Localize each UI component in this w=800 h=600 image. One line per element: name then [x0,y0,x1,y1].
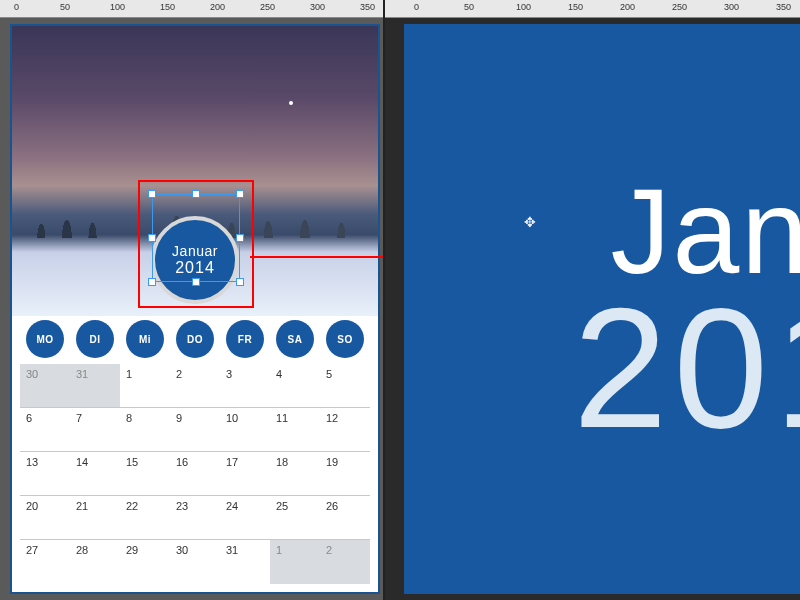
weekday-do: DO [176,320,214,358]
calendar-cell[interactable]: 6 [20,408,70,452]
calendar-cell[interactable]: 13 [20,452,70,496]
calendar-cell[interactable]: 30 [20,364,70,408]
move-cursor-icon: ✥ [524,214,536,230]
weekday-headers: MO DI Mi DO FR SA SO [12,318,378,360]
calendar-cell[interactable]: 2 [320,540,370,584]
month-badge-year: 2014 [175,259,215,277]
calendar-cell[interactable]: 5 [320,364,370,408]
calendar-cell[interactable]: 26 [320,496,370,540]
calendar-cell[interactable]: 16 [170,452,220,496]
zoom-badge-outer: Janua 2014 ✥ [404,24,800,594]
calendar-cell[interactable]: 3 [220,364,270,408]
weekday-di: DI [76,320,114,358]
calendar-cell[interactable]: 21 [70,496,120,540]
calendar-cell[interactable]: 24 [220,496,270,540]
weekday-so: SO [326,320,364,358]
zoom-badge-inner[interactable]: Janua 2014 ✥ [404,24,800,594]
month-badge-month: Januar [172,243,218,259]
calendar-cell[interactable]: 10 [220,408,270,452]
calendar-row: 303112345 [20,364,370,408]
calendar-cell[interactable]: 17 [220,452,270,496]
calendar-cell[interactable]: 27 [20,540,70,584]
weekday-mi: Mi [126,320,164,358]
calendar-cell[interactable]: 2 [170,364,220,408]
calendar-cell[interactable]: 15 [120,452,170,496]
calendar-cell[interactable]: 23 [170,496,220,540]
calendar-row: 272829303112 [20,540,370,584]
transparency-background: Janua 2014 ✥ [404,24,800,594]
calendar-cell[interactable]: 31 [220,540,270,584]
calendar-cell[interactable]: 1 [120,364,170,408]
calendar-cell[interactable]: 1 [270,540,320,584]
calendar-cell[interactable]: 4 [270,364,320,408]
document-panel-right: Janua 2014 ✥ [384,18,800,600]
calendar-canvas[interactable]: Januar 2014 MO DI Mi DO FR SA SO 3031123… [10,24,380,594]
calendar-cell[interactable]: 9 [170,408,220,452]
zoom-canvas[interactable]: Janua 2014 ✥ [404,24,800,594]
zoom-year-text: 2014 [573,270,800,466]
ruler-horizontal-right: 0 50 100 150 200 250 300 350 [384,0,800,18]
calendar-cell[interactable]: 14 [70,452,120,496]
calendar-cell[interactable]: 30 [170,540,220,584]
calendar-row: 20212223242526 [20,496,370,540]
calendar-cell[interactable]: 19 [320,452,370,496]
calendar-cell[interactable]: 8 [120,408,170,452]
document-panel-left: Januar 2014 MO DI Mi DO FR SA SO 3031123… [0,18,384,600]
calendar-cell[interactable]: 31 [70,364,120,408]
photo-moon [289,101,293,105]
calendar-cell[interactable]: 18 [270,452,320,496]
calendar-cell[interactable]: 7 [70,408,120,452]
calendar-row: 6789101112 [20,408,370,452]
month-badge[interactable]: Januar 2014 [151,216,239,304]
weekday-fr: FR [226,320,264,358]
panel-divider[interactable] [383,0,385,600]
calendar-cell[interactable]: 22 [120,496,170,540]
weekday-mo: MO [26,320,64,358]
calendar-row: 13141516171819 [20,452,370,496]
weekday-sa: SA [276,320,314,358]
calendar-cell[interactable]: 12 [320,408,370,452]
calendar-cell[interactable]: 11 [270,408,320,452]
calendar-cell[interactable]: 20 [20,496,70,540]
calendar-cell[interactable]: 29 [120,540,170,584]
calendar-cell[interactable]: 25 [270,496,320,540]
calendar-cell[interactable]: 28 [70,540,120,584]
calendar-grid: 3031123456789101112131415161718192021222… [20,364,370,588]
